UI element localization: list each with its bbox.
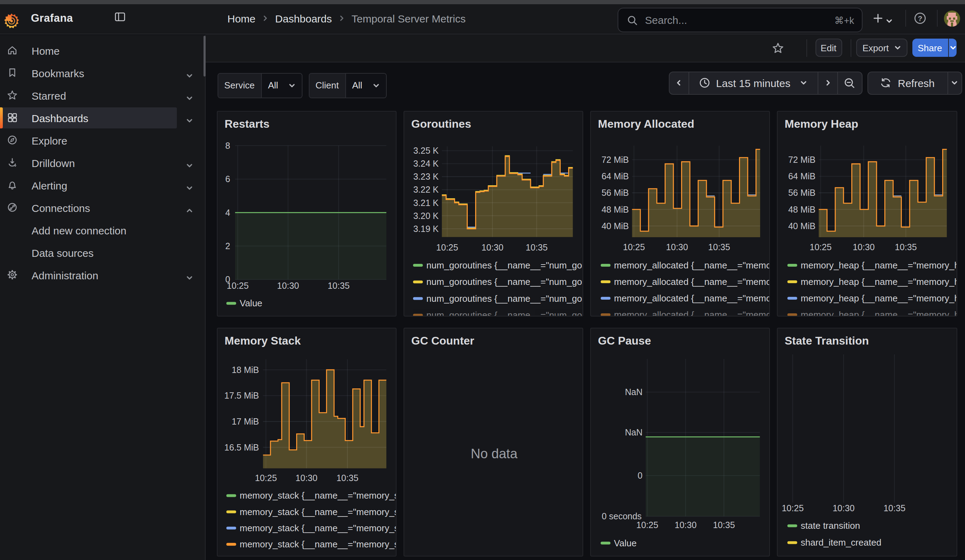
svg-text:Restarts: Restarts [224, 118, 269, 130]
svg-text:10:25: 10:25 [226, 281, 249, 291]
svg-text:10:25: 10:25 [809, 242, 831, 252]
svg-text:4: 4 [225, 208, 230, 217]
svg-text:56 MiB: 56 MiB [601, 188, 628, 198]
svg-text:num_goroutines {__name__="num_: num_goroutines {__name__="num_goroutines… [426, 310, 583, 317]
svg-text:3.20 K: 3.20 K [413, 211, 438, 221]
svg-text:state transition: state transition [800, 520, 860, 531]
svg-text:memory_heap {__name__="memory_: memory_heap {__name__="memory_heap", ins [800, 260, 957, 271]
svg-text:10:30: 10:30 [295, 473, 317, 483]
svg-text:48 MiB: 48 MiB [601, 204, 628, 214]
svg-text:10:25: 10:25 [636, 520, 658, 530]
svg-text:Memory Allocated: Memory Allocated [598, 118, 694, 130]
svg-text:memory_stack {__name__="memory: memory_stack {__name__="memory_stack", i [239, 490, 396, 501]
svg-text:72 MiB: 72 MiB [788, 155, 815, 165]
svg-text:num_goroutines {__name__="num_: num_goroutines {__name__="num_goroutines… [426, 276, 583, 287]
svg-text:10:35: 10:35 [713, 520, 735, 530]
svg-text:?: ? [918, 15, 922, 23]
svg-text:17.5 MiB: 17.5 MiB [224, 390, 258, 400]
svg-text:3.19 K: 3.19 K [413, 224, 438, 233]
svg-text:memory_allocated {__name__="me: memory_allocated {__name__="memory_alloc… [614, 309, 770, 317]
svg-text:Value: Value [239, 298, 262, 309]
svg-text:NaN: NaN [625, 387, 642, 397]
svg-text:GC Pause: GC Pause [598, 335, 651, 347]
svg-text:10:35: 10:35 [327, 281, 350, 291]
svg-text:10:30: 10:30 [666, 242, 688, 252]
svg-text:10:30: 10:30 [277, 281, 299, 291]
svg-text:16.5 MiB: 16.5 MiB [224, 442, 258, 452]
svg-text:10:35: 10:35 [336, 473, 358, 483]
svg-text:40 MiB: 40 MiB [601, 221, 628, 231]
svg-text:Memory Heap: Memory Heap [784, 118, 858, 130]
svg-text:10:25: 10:25 [782, 503, 803, 513]
svg-text:10:25: 10:25 [436, 242, 458, 252]
svg-text:0 seconds: 0 seconds [602, 511, 641, 521]
svg-text:40 MiB: 40 MiB [788, 221, 815, 231]
svg-text:2: 2 [225, 241, 230, 251]
svg-text:10:35: 10:35 [708, 242, 730, 252]
svg-text:State Transition: State Transition [784, 335, 869, 347]
svg-text:72 MiB: 72 MiB [601, 155, 628, 165]
svg-text:NaN: NaN [625, 427, 642, 437]
svg-text:64 MiB: 64 MiB [601, 171, 628, 181]
svg-text:memory_allocated {__name__="me: memory_allocated {__name__="memory_alloc… [614, 293, 770, 304]
svg-text:10:30: 10:30 [833, 503, 854, 513]
svg-text:10:25: 10:25 [255, 473, 277, 483]
svg-text:10:35: 10:35 [525, 242, 548, 252]
svg-text:64 MiB: 64 MiB [788, 171, 815, 181]
svg-text:memory_stack {__name__="memory: memory_stack {__name__="memory_stack", i [239, 507, 396, 517]
svg-text:8: 8 [225, 141, 230, 150]
svg-text:10:30: 10:30 [852, 242, 875, 252]
svg-text:Value: Value [614, 538, 636, 549]
svg-text:shard_item_created: shard_item_created [800, 537, 881, 548]
svg-text:10:25: 10:25 [623, 242, 644, 252]
svg-text:6: 6 [225, 174, 230, 184]
svg-text:memory_heap {__name__="memory_: memory_heap {__name__="memory_heap", ins [800, 276, 957, 287]
svg-text:10:30: 10:30 [674, 520, 697, 530]
svg-text:48 MiB: 48 MiB [788, 204, 815, 214]
svg-text:GC Counter: GC Counter [411, 335, 474, 347]
svg-text:0: 0 [637, 470, 642, 480]
svg-text:memory_allocated {__name__="me: memory_allocated {__name__="memory_alloc… [614, 260, 770, 271]
svg-text:56 MiB: 56 MiB [788, 188, 815, 198]
svg-text:3.22 K: 3.22 K [413, 184, 438, 194]
svg-text:memory_heap {__name__="memory_: memory_heap {__name__="memory_heap", ins [800, 293, 957, 304]
svg-text:Memory Stack: Memory Stack [224, 335, 300, 347]
svg-text:memory_heap {__name__="memory_: memory_heap {__name__="memory_heap", ins [800, 309, 957, 317]
svg-text:3.23 K: 3.23 K [413, 171, 438, 181]
svg-text:No data: No data [470, 446, 517, 461]
svg-text:18 MiB: 18 MiB [231, 365, 258, 375]
svg-text:3.24 K: 3.24 K [413, 158, 438, 168]
svg-text:10:35: 10:35 [895, 242, 917, 252]
svg-text:10:30: 10:30 [481, 242, 503, 252]
svg-text:num_goroutines {__name__="num_: num_goroutines {__name__="num_goroutines… [426, 260, 583, 271]
svg-text:memory_stack {__name__="memory: memory_stack {__name__="memory_stack", i [239, 523, 396, 533]
svg-text:num_goroutines {__name__="num_: num_goroutines {__name__="num_goroutines… [426, 293, 583, 304]
svg-text:memory_allocated {__name__="me: memory_allocated {__name__="memory_alloc… [614, 276, 770, 287]
svg-text:3.25 K: 3.25 K [413, 145, 438, 155]
svg-text:17 MiB: 17 MiB [231, 416, 258, 426]
svg-text:3.21 K: 3.21 K [413, 198, 438, 208]
svg-text:memory_stack {__name__="memory: memory_stack {__name__="memory_stack", i [239, 539, 396, 550]
svg-text:Goroutines: Goroutines [411, 118, 471, 130]
svg-text:10:35: 10:35 [883, 503, 905, 513]
